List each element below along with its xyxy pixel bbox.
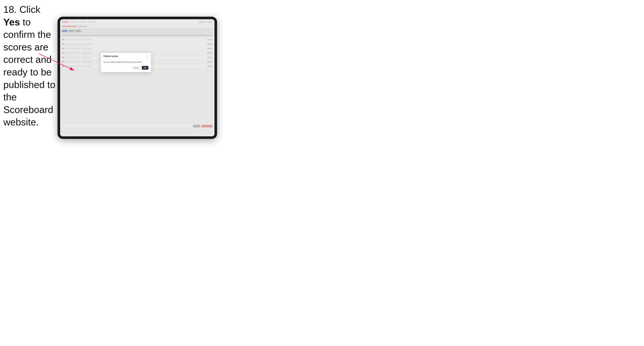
step-number: 18. [3, 4, 17, 15]
yes-keyword: Yes [3, 17, 20, 27]
modal-close-button[interactable]: × [146, 55, 148, 57]
publish-scores-modal: Publish scores × Are you ready to publis… [101, 53, 151, 72]
tablet-device: Publish scores × Are you ready to publis… [58, 17, 217, 139]
instruction-prefix: Click [20, 4, 40, 15]
yes-button[interactable]: Yes [142, 66, 148, 70]
instruction-suffix: to confirm the scores are correct and re… [3, 17, 55, 128]
modal-actions: Cancel Yes [104, 66, 148, 70]
tablet-screen: Publish scores × Are you ready to publis… [60, 19, 214, 136]
cancel-button[interactable]: Cancel [131, 66, 141, 70]
modal-message: Are you ready to publish these scores to… [104, 61, 148, 63]
modal-header: Publish scores × [101, 53, 151, 59]
modal-overlay [60, 19, 214, 136]
modal-title: Publish scores [104, 55, 118, 57]
instruction-text: 18. Click Yes to confirm the scores are … [3, 3, 57, 129]
modal-body: Are you ready to publish these scores to… [101, 59, 151, 72]
